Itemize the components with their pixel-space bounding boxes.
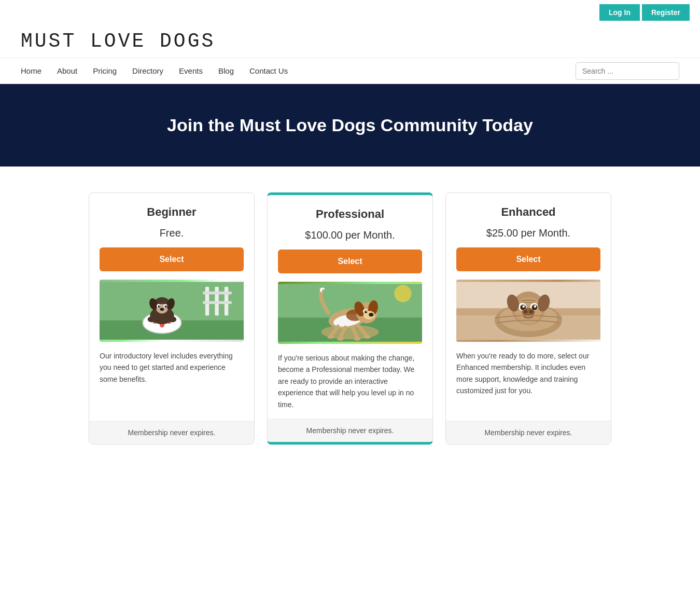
card-enhanced-price: $25.00 per Month. xyxy=(456,227,600,239)
svg-point-28 xyxy=(394,285,411,302)
card-beginner-description: Our introductory level includes everythi… xyxy=(100,350,244,385)
card-professional-footer: Membership never expires. xyxy=(268,419,432,442)
svg-point-20 xyxy=(159,306,160,307)
svg-point-62 xyxy=(524,310,527,313)
card-beginner-select[interactable]: Select xyxy=(100,247,244,271)
nav-links: Home About Pricing Directory Events Blog… xyxy=(21,58,288,84)
svg-point-63 xyxy=(529,310,533,313)
beginner-dog-svg xyxy=(100,280,244,342)
card-professional-image xyxy=(278,282,422,344)
card-beginner-body: Beginner Free. Select xyxy=(89,193,254,421)
navigation: Home About Pricing Directory Events Blog… xyxy=(0,58,700,84)
card-professional: Professional $100.00 per Month. Select xyxy=(267,192,433,445)
svg-point-46 xyxy=(354,337,360,340)
search-input[interactable] xyxy=(576,62,679,80)
nav-home[interactable]: Home xyxy=(21,66,41,75)
pricing-section: Beginner Free. Select xyxy=(0,167,700,470)
card-enhanced: Enhanced $25.00 per Month. Select xyxy=(445,192,611,445)
svg-point-22 xyxy=(160,308,164,311)
card-enhanced-footer: Membership never expires. xyxy=(446,421,611,444)
logo-area: MUST LOVE DOGS xyxy=(0,25,700,58)
svg-point-45 xyxy=(337,337,344,340)
top-bar: Log In Register xyxy=(0,0,700,25)
hero-title: Join the Must Love Dogs Community Today xyxy=(10,115,690,135)
svg-point-24 xyxy=(169,316,176,322)
register-button[interactable]: Register xyxy=(642,4,690,21)
card-enhanced-select[interactable]: Select xyxy=(456,247,600,271)
card-beginner-price: Free. xyxy=(100,227,244,239)
search-box xyxy=(576,62,679,80)
svg-point-38 xyxy=(366,311,367,312)
card-enhanced-image xyxy=(456,280,600,342)
svg-point-59 xyxy=(522,305,525,308)
card-professional-description: If you're serious about making the chang… xyxy=(278,352,422,410)
card-enhanced-body: Enhanced $25.00 per Month. Select xyxy=(446,193,611,421)
svg-point-23 xyxy=(148,316,156,322)
site-logo: MUST LOVE DOGS xyxy=(21,30,679,52)
professional-dog-svg xyxy=(278,282,422,344)
card-beginner-image xyxy=(100,280,244,342)
card-professional-price: $100.00 per Month. xyxy=(278,229,422,241)
card-professional-select[interactable]: Select xyxy=(278,250,422,273)
svg-point-21 xyxy=(165,306,166,307)
card-professional-title: Professional xyxy=(278,207,422,221)
card-beginner: Beginner Free. Select xyxy=(89,192,255,445)
nav-contact[interactable]: Contact Us xyxy=(249,66,288,75)
card-beginner-footer: Membership never expires. xyxy=(89,421,254,444)
enhanced-dog-svg xyxy=(456,280,600,342)
svg-point-44 xyxy=(327,335,334,339)
nav-about[interactable]: About xyxy=(57,66,77,75)
nav-blog[interactable]: Blog xyxy=(218,66,234,75)
svg-rect-5 xyxy=(203,292,232,295)
card-enhanced-title: Enhanced xyxy=(456,205,600,219)
card-beginner-title: Beginner xyxy=(100,205,244,219)
login-button[interactable]: Log In xyxy=(599,4,640,21)
svg-point-39 xyxy=(369,313,373,316)
card-enhanced-description: When you're ready to do more, select our… xyxy=(456,350,600,397)
svg-point-47 xyxy=(364,335,371,339)
hero-banner: Join the Must Love Dogs Community Today xyxy=(0,84,700,167)
nav-events[interactable]: Events xyxy=(179,66,203,75)
card-professional-body: Professional $100.00 per Month. Select xyxy=(268,195,432,419)
svg-point-37 xyxy=(365,310,368,313)
svg-point-60 xyxy=(534,305,537,308)
nav-pricing[interactable]: Pricing xyxy=(93,66,117,75)
svg-rect-6 xyxy=(203,301,232,304)
nav-directory[interactable]: Directory xyxy=(132,66,163,75)
